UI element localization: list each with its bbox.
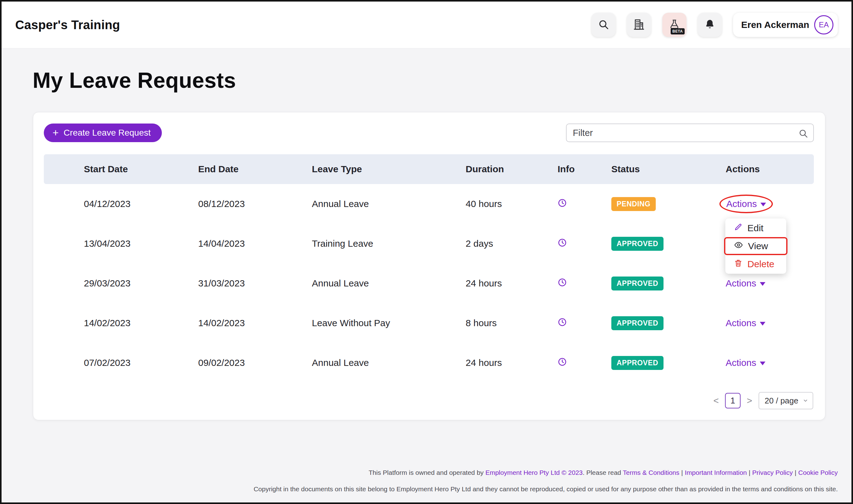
- cell-duration: 2 days: [466, 238, 558, 249]
- cell-duration: 24 hours: [466, 278, 558, 289]
- actions-dropdown-trigger[interactable]: Actions: [726, 318, 765, 328]
- clock-icon[interactable]: [558, 199, 567, 210]
- filter-search-icon: [798, 128, 808, 140]
- status-badge: APPROVED: [611, 276, 663, 290]
- cell-duration: 8 hours: [466, 318, 558, 328]
- cell-end-date: 14/04/2023: [198, 238, 312, 249]
- table-row: 14/02/2023 14/02/2023 Leave Without Pay …: [44, 303, 814, 343]
- footer-link-important-information[interactable]: Important Information: [685, 469, 747, 476]
- eye-icon: [734, 240, 743, 252]
- search-icon: [598, 19, 609, 31]
- notifications-button[interactable]: [698, 13, 722, 37]
- menu-item-view-label: View: [748, 241, 768, 251]
- cell-start-date: 29/03/2023: [84, 278, 198, 289]
- filter-input[interactable]: [567, 124, 813, 142]
- page-size-select[interactable]: 20 / page: [759, 392, 813, 409]
- cell-info: [558, 357, 611, 369]
- cell-info: [558, 238, 611, 250]
- bell-icon: [704, 19, 715, 31]
- cell-actions: Actions: [726, 318, 814, 328]
- cell-status: APPROVED: [611, 356, 726, 370]
- menu-item-delete-label: Delete: [747, 259, 774, 269]
- footer-line-2: Copyright in the documents on this site …: [2, 484, 838, 494]
- pagination: < 1 > 20 / page: [33, 392, 813, 409]
- actions-label: Actions: [726, 278, 756, 289]
- actions-dropdown-trigger[interactable]: Actions: [726, 199, 766, 209]
- pagination-next-button[interactable]: >: [747, 396, 752, 405]
- cell-actions: Actions: [726, 358, 814, 368]
- beta-features-button[interactable]: BETA: [662, 13, 686, 37]
- cell-info: [558, 278, 611, 289]
- cell-start-date: 14/02/2023: [84, 318, 198, 328]
- building-icon: [633, 19, 645, 31]
- footer-link-company[interactable]: Employment Hero Pty Ltd © 2023: [486, 469, 583, 476]
- cell-status: PENDING: [611, 197, 726, 211]
- menu-item-edit-label: Edit: [747, 223, 764, 233]
- footer-text: This Platform is owned and operated by: [369, 469, 486, 476]
- column-start-date: Start Date: [84, 164, 198, 175]
- main-content: My Leave Requests + Create Leave Request…: [2, 48, 851, 468]
- cell-start-date: 13/04/2023: [84, 238, 198, 249]
- trash-icon: [734, 259, 743, 269]
- filter-box: [566, 124, 814, 142]
- leave-requests-table: Start Date End Date Leave Type Duration …: [44, 154, 814, 383]
- cell-actions: Actions: [726, 278, 814, 289]
- menu-item-view[interactable]: View: [724, 237, 787, 255]
- cell-end-date: 14/02/2023: [198, 318, 312, 328]
- column-leave-type: Leave Type: [312, 164, 466, 175]
- search-button[interactable]: [591, 13, 616, 37]
- caret-down-icon: [760, 322, 765, 326]
- plus-icon: +: [52, 127, 59, 138]
- status-badge: APPROVED: [611, 237, 663, 251]
- actions-label: Actions: [726, 358, 756, 368]
- create-leave-request-button[interactable]: + Create Leave Request: [44, 124, 162, 142]
- caret-down-icon: [760, 282, 765, 286]
- cell-leave-type: Annual Leave: [312, 358, 466, 368]
- actions-label: Actions: [726, 318, 756, 328]
- chevron-down-icon: [803, 396, 808, 406]
- user-avatar: EA: [814, 15, 833, 34]
- pagination-page-1[interactable]: 1: [725, 393, 741, 409]
- clock-icon[interactable]: [558, 319, 567, 329]
- actions-dropdown-trigger[interactable]: Actions: [726, 278, 765, 289]
- cell-info: [558, 198, 611, 210]
- column-duration: Duration: [466, 164, 558, 175]
- cell-status: APPROVED: [611, 276, 726, 290]
- column-info: Info: [558, 164, 611, 175]
- footer-link-terms[interactable]: Terms & Conditions: [623, 469, 679, 476]
- clock-icon[interactable]: [558, 358, 567, 368]
- footer-line-1: This Platform is owned and operated by E…: [2, 468, 838, 477]
- cell-actions: Actions: [726, 199, 814, 209]
- user-menu[interactable]: Eren Ackerman EA: [733, 13, 838, 37]
- leave-requests-card: + Create Leave Request Start Date End Da…: [33, 112, 825, 420]
- table-header-row: Start Date End Date Leave Type Duration …: [44, 154, 814, 184]
- actions-label: Actions: [726, 199, 757, 209]
- cell-leave-type: Annual Leave: [312, 199, 466, 209]
- clock-icon[interactable]: [558, 239, 567, 249]
- footer-link-privacy-policy[interactable]: Privacy Policy: [752, 469, 793, 476]
- page-footer: This Platform is owned and operated by E…: [2, 468, 851, 502]
- footer-link-cookie-policy[interactable]: Cookie Policy: [798, 469, 838, 476]
- caret-down-icon: [761, 203, 766, 206]
- footer-text: . Please read: [583, 469, 623, 476]
- cell-end-date: 31/03/2023: [198, 278, 312, 289]
- page-size-value: 20 / page: [765, 396, 798, 406]
- header-actions: BETA Eren Ackerman EA: [591, 13, 838, 37]
- cell-start-date: 07/02/2023: [84, 358, 198, 368]
- actions-dropdown-trigger[interactable]: Actions: [726, 358, 765, 368]
- app-title: Casper's Training: [15, 18, 120, 32]
- pagination-prev-button[interactable]: <: [714, 396, 719, 405]
- cell-leave-type: Annual Leave: [312, 278, 466, 289]
- menu-item-delete[interactable]: Delete: [725, 255, 786, 273]
- pencil-icon: [734, 223, 743, 233]
- menu-item-edit[interactable]: Edit: [725, 219, 786, 237]
- column-end-date: End Date: [198, 164, 312, 175]
- organisation-button[interactable]: [627, 13, 651, 37]
- table-row: 04/12/2023 08/12/2023 Annual Leave 40 ho…: [44, 184, 814, 224]
- clock-icon[interactable]: [558, 279, 567, 289]
- footer-separator: |: [795, 469, 796, 476]
- cell-status: APPROVED: [611, 237, 726, 251]
- cell-info: [558, 318, 611, 329]
- app-window: Casper's Training BETA: [0, 0, 853, 504]
- column-status: Status: [611, 164, 726, 175]
